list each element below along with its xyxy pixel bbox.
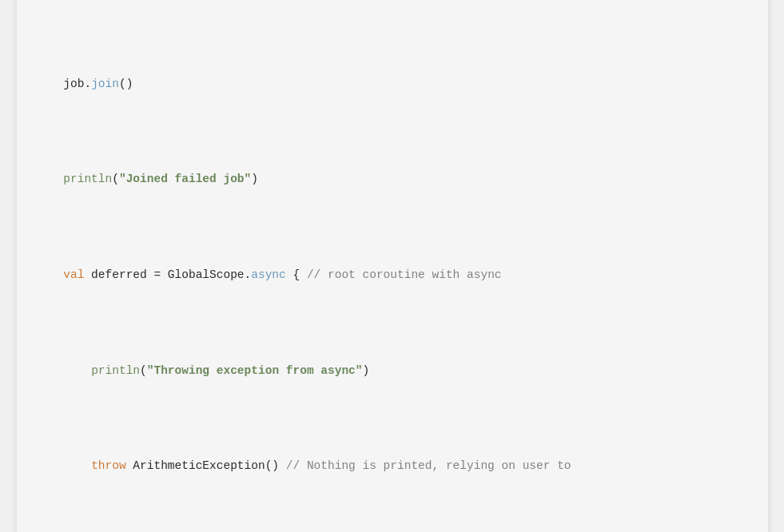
code-line-11: val deferred = GlobalScope.async { // ro… <box>36 266 749 285</box>
code-line-12: println("Throwing exception from async") <box>36 362 749 381</box>
code-line-13: throw ArithmeticException() // Nothing i… <box>36 457 749 476</box>
code-container: import kotlinx.coroutines.* @OptIn(Delic… <box>17 0 768 532</box>
code-line-9: job.join() <box>36 75 749 94</box>
code-line-10: println("Joined failed job") <box>36 170 749 189</box>
code-block: import kotlinx.coroutines.* @OptIn(Delic… <box>36 0 749 532</box>
